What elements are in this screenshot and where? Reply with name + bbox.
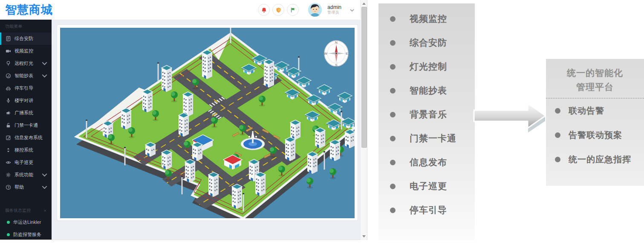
bell-icon — [261, 7, 267, 13]
sidebar-item-remote-lighting[interactable]: 远程灯光 — [0, 57, 52, 70]
feature-item: 门禁一卡通 — [378, 126, 475, 150]
service-item[interactable]: 防盗报警服务 — [0, 228, 52, 240]
user-menu-chevron[interactable] — [350, 6, 354, 14]
service-name: 华运达Linkler — [13, 219, 41, 225]
sidebar-item-system-functions[interactable]: 系统功能 — [0, 169, 52, 181]
bullet-icon — [390, 16, 396, 22]
document-icon — [6, 36, 11, 41]
compass-n-label: N — [335, 41, 338, 44]
shield-button[interactable] — [272, 4, 284, 16]
shield-icon — [276, 7, 281, 13]
sidebar-item-label: 门禁一卡通 — [14, 122, 38, 129]
feature-item: 电子巡更 — [378, 174, 475, 198]
feature-item: 视频监控 — [378, 7, 475, 31]
sidebar-item-label: 远程灯光 — [14, 60, 33, 67]
sidebar-item-label: 梯控系统 — [14, 147, 33, 153]
camera-icon — [6, 48, 11, 54]
app-header: 智慧商城 admin — [0, 0, 360, 20]
vertical-scrollbar[interactable] — [360, 0, 367, 240]
feature-item: 智能抄表 — [378, 79, 475, 102]
sidebar-item-smart-metering[interactable]: 智能抄表 — [0, 70, 52, 82]
feature-item: 灯光控制 — [378, 55, 475, 79]
compass-e-label: E — [346, 52, 348, 56]
sidebar: 功能菜单 综合安防 视频监控 远程灯光 智能抄表 停车引导 楼宇对讲 — [0, 20, 52, 240]
gear-icon — [6, 172, 11, 178]
platform-item: 统一的应急指挥 — [546, 147, 644, 172]
sidebar-item-label: 广播系统 — [14, 110, 33, 116]
sidebar-section-label: 功能菜单 — [0, 20, 52, 32]
sidebar-item-video-monitor[interactable]: 视频监控 — [0, 45, 52, 57]
close-icon[interactable]: × — [44, 208, 46, 213]
bullet-icon — [555, 132, 560, 138]
bell-button[interactable] — [258, 4, 270, 16]
sidebar-item-help[interactable]: 帮助 — [0, 181, 52, 193]
bullet-icon — [390, 136, 396, 141]
platform-title: 统一的智能化 管理平台 — [546, 59, 644, 94]
sidebar-item-label: 系统功能 — [14, 172, 33, 178]
elevator-icon — [6, 147, 11, 153]
feature-item: 背景音乐 — [378, 102, 475, 126]
platform-title-line1: 统一的智能化 — [546, 66, 644, 80]
bullet-icon — [390, 184, 396, 189]
user-meta[interactable]: admin 管理员 — [327, 5, 341, 15]
sidebar-item-label: 帮助 — [14, 184, 24, 190]
sidebar-item-building-intercom[interactable]: 楼宇对讲 — [0, 94, 52, 107]
feature-item: 综合安防 — [378, 31, 475, 55]
campus-map-card[interactable]: N E S W — [57, 24, 358, 221]
scrollbar-thumb[interactable] — [361, 7, 367, 148]
avatar[interactable] — [308, 3, 322, 17]
service-status-section: 服务状态监控 × 华运达Linkler 防盗报警服务 — [0, 204, 52, 240]
compass-s-label: S — [335, 63, 337, 67]
user-role: 管理员 — [327, 11, 341, 15]
sidebar-item-info-publishing[interactable]: 信息发布系统 — [0, 132, 52, 144]
platform-item: 告警联动预案 — [546, 123, 644, 147]
service-name: 防盗报警服务 — [13, 231, 41, 238]
sidebar-item-label: 信息发布系统 — [14, 135, 43, 141]
bullet-icon — [390, 40, 396, 46]
sidebar-item-parking-guidance[interactable]: 停车引导 — [0, 82, 52, 94]
platform-panel: 统一的智能化 管理平台 联动告警 告警联动预案 统一的应急指挥 — [546, 59, 644, 186]
app-window: 智慧商城 admin — [0, 0, 367, 240]
platform-title-line2: 管理平台 — [546, 80, 644, 94]
scroll-up-icon[interactable] — [361, 0, 367, 7]
feature-item: 信息发布 — [378, 150, 475, 174]
compass-w-label: W — [324, 52, 327, 56]
feature-item: 停车引导 — [378, 198, 475, 222]
edit-icon — [6, 135, 11, 141]
chevron-down-icon — [42, 184, 47, 190]
gauge-icon — [6, 73, 11, 79]
service-item[interactable]: 华运达Linkler — [0, 216, 52, 228]
bullet-icon — [390, 208, 396, 213]
status-dot-icon — [7, 221, 10, 224]
sidebar-item-access-control[interactable]: 门禁一卡通 — [0, 119, 52, 132]
header-actions: admin 管理员 — [258, 3, 360, 17]
mic-icon — [6, 98, 11, 103]
sidebar-item-broadcast-system[interactable]: 广播系统 — [0, 107, 52, 119]
bulb-icon — [6, 61, 11, 66]
bullet-icon — [390, 64, 396, 70]
bullet-icon — [555, 157, 560, 162]
sidebar-item-electronic-patrol[interactable]: 电子巡更 — [0, 156, 52, 169]
sidebar-item-label: 电子巡更 — [14, 159, 33, 166]
sidebar-item-comprehensive-security[interactable]: 综合安防 — [0, 32, 52, 45]
bullet-icon — [390, 160, 396, 165]
sidebar-item-elevator-control[interactable]: 梯控系统 — [0, 144, 52, 156]
bullet-icon — [555, 108, 560, 114]
app-logo: 智慧商城 — [0, 2, 53, 18]
chevron-down-icon — [42, 73, 47, 79]
sidebar-item-label: 综合安防 — [14, 35, 33, 42]
sidebar-item-label: 停车引导 — [14, 85, 33, 91]
bullet-icon — [390, 112, 396, 117]
sidebar-item-label: 楼宇对讲 — [14, 97, 33, 104]
megaphone-icon — [6, 110, 11, 116]
sidebar-item-label: 视频监控 — [14, 48, 33, 54]
flag-button[interactable] — [287, 4, 299, 16]
service-status-header: 服务状态监控 × — [0, 204, 52, 216]
chevron-down-icon — [350, 9, 354, 12]
bullet-icon — [390, 88, 396, 94]
features-panel: 视频监控 综合安防 灯光控制 智能抄表 背景音乐 门禁一卡通 信息发布 电子巡更… — [378, 3, 475, 240]
chevron-down-icon — [42, 61, 47, 66]
avatar-image — [308, 3, 322, 17]
lock-icon — [6, 123, 11, 128]
scroll-down-icon[interactable] — [361, 233, 367, 240]
